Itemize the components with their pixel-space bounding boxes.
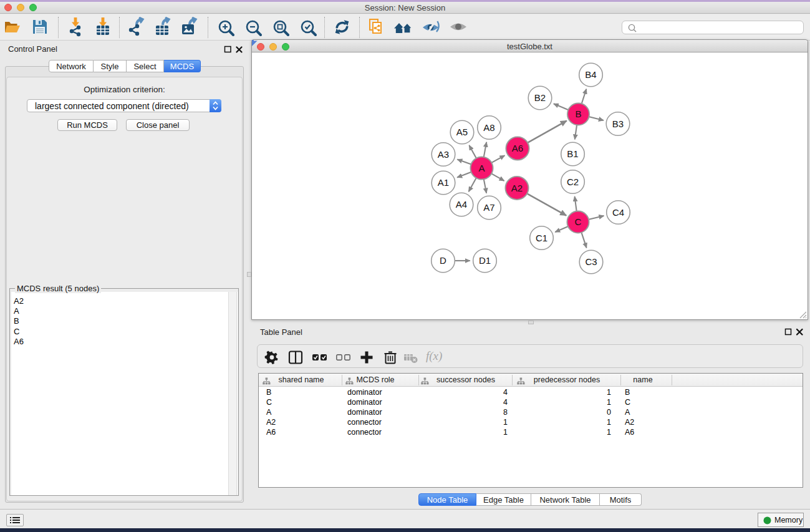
svg-text:A5: A5 (456, 127, 468, 137)
svg-text:B: B (575, 109, 581, 119)
svg-text:B1: B1 (567, 148, 578, 159)
svg-text:A4: A4 (456, 199, 467, 210)
svg-text:B4: B4 (585, 69, 596, 80)
svg-text:A8: A8 (483, 122, 494, 133)
svg-text:D: D (440, 255, 446, 266)
svg-text:A: A (478, 163, 485, 173)
svg-text:B2: B2 (534, 92, 546, 103)
svg-text:C1: C1 (536, 233, 547, 243)
svg-text:A7: A7 (483, 202, 494, 213)
svg-text:D1: D1 (479, 255, 491, 266)
svg-text:A2: A2 (511, 183, 523, 193)
svg-text:C4: C4 (612, 207, 624, 218)
svg-text:C2: C2 (567, 177, 579, 187)
svg-text:C3: C3 (585, 256, 597, 267)
svg-text:A3: A3 (438, 149, 449, 160)
svg-text:A6: A6 (512, 143, 523, 153)
svg-text:C: C (575, 216, 582, 227)
svg-text:B3: B3 (612, 118, 624, 129)
svg-text:A1: A1 (438, 177, 449, 188)
